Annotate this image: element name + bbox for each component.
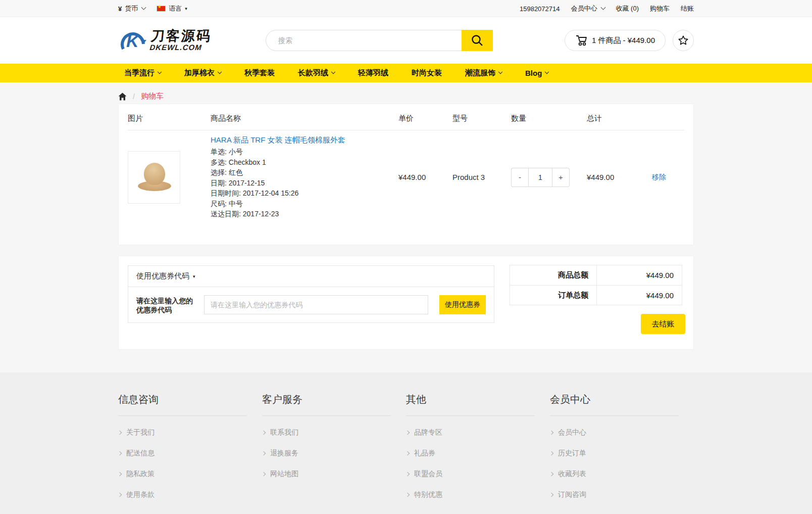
caret-down-icon: ▾ — [185, 6, 187, 11]
footer-col-service: 客户服务 联系我们 退换服务 网站地图 — [262, 393, 406, 505]
footer-link-about[interactable]: 关于我们 — [118, 422, 262, 443]
footer-link-newsletter[interactable]: 订阅咨询 — [550, 484, 694, 505]
footer-link-affiliate[interactable]: 联盟会员 — [406, 463, 550, 484]
remove-item-link[interactable]: 移除 — [652, 173, 666, 181]
product-name-link[interactable]: HARA 新品 TRF 女装 连帽毛领棉服外套 — [211, 135, 345, 145]
nav-item-autumn-sets[interactable]: 秋季套装 — [244, 68, 275, 78]
checkout-button[interactable]: 去结账 — [641, 314, 685, 334]
chevron-right-icon — [549, 451, 553, 455]
language-selector[interactable]: 语言 ▾ — [157, 4, 187, 13]
caret-down-icon: ▾ — [193, 274, 195, 279]
order-totals: 商品总额 ¥449.00 订单总额 ¥449.00 — [510, 265, 682, 305]
cart-table: 图片 商品名称 单价 型号 数量 总计 — [128, 104, 684, 219]
footer-link-giftcard[interactable]: 礼品券 — [406, 443, 550, 463]
site-footer: 信息咨询 关于我们 配送信息 隐私政策 使用条款 客户服务 联系我们 退换服务 … — [0, 372, 812, 514]
coupon-code-input[interactable] — [204, 295, 428, 314]
wishlist-star-button[interactable] — [673, 30, 694, 51]
chevron-down-icon — [331, 69, 335, 73]
chevron-right-icon — [549, 472, 553, 476]
line-total: ¥449.00 — [587, 130, 652, 219]
chevron-right-icon — [405, 451, 410, 455]
footer-link-returns[interactable]: 退换服务 — [262, 443, 406, 463]
chevron-right-icon — [405, 492, 410, 496]
product-attribute: 尺码: 中号 — [211, 199, 398, 209]
footer-link-privacy[interactable]: 隐私政策 — [118, 463, 262, 484]
chevron-right-icon — [118, 451, 122, 455]
footer-link-terms[interactable]: 使用条款 — [118, 484, 262, 505]
cart-summary-button[interactable]: 1 件商品 - ¥449.00 — [565, 30, 666, 51]
footer-col-title: 其他 — [406, 393, 535, 416]
footer-link-orders[interactable]: 历史订单 — [550, 443, 694, 463]
col-header-model: 型号 — [452, 104, 511, 130]
nav-item-long-down[interactable]: 长款羽绒 — [298, 68, 335, 78]
phone-number: 15982072714 — [520, 5, 560, 13]
cart-link[interactable]: 购物车 — [650, 4, 670, 13]
cart-header-row: 图片 商品名称 单价 型号 数量 总计 — [128, 104, 684, 130]
search-button[interactable] — [462, 30, 493, 51]
currency-selector[interactable]: ¥ 货币 — [118, 4, 145, 13]
footer-link-delivery[interactable]: 配送信息 — [118, 443, 262, 463]
chevron-right-icon — [549, 430, 553, 434]
footer-link-specials[interactable]: 特别优惠 — [406, 484, 550, 505]
col-header-total: 总计 — [587, 104, 652, 130]
chevron-down-icon — [141, 5, 146, 10]
footer-link-contact[interactable]: 联系我们 — [262, 422, 406, 443]
col-header-price: 单价 — [398, 104, 452, 130]
quantity-input[interactable] — [528, 168, 552, 187]
wishlist-link[interactable]: 收藏 (0) — [616, 4, 639, 13]
product-attribute: 日期: 2017-12-15 — [211, 178, 398, 189]
col-header-image: 图片 — [128, 104, 211, 130]
nav-item-womens-fashion[interactable]: 时尚女装 — [412, 68, 442, 78]
footer-link-brands[interactable]: 品牌专区 — [406, 422, 550, 443]
footer-col-title: 客户服务 — [262, 393, 391, 416]
footer-col-information: 信息咨询 关于我们 配送信息 隐私政策 使用条款 — [118, 393, 262, 505]
nav-item-seasonal[interactable]: 当季流行 — [124, 68, 161, 78]
chevron-down-icon — [498, 69, 502, 73]
col-header-actions — [652, 104, 684, 130]
nav-item-padded-coats[interactable]: 加厚棉衣 — [184, 68, 221, 78]
unit-price: ¥449.00 — [398, 130, 452, 219]
footer-col-title: 信息咨询 — [118, 393, 247, 416]
product-model: Product 3 — [452, 130, 511, 219]
quantity-increase-button[interactable]: + — [552, 168, 570, 187]
nav-item-light-down[interactable]: 轻薄羽绒 — [358, 68, 388, 78]
summary-panel: 使用优惠券代码 ▾ 请在这里输入您的优惠券代码 使用优惠券 商品总额 ¥449.… — [118, 256, 694, 350]
cart-icon — [575, 35, 587, 46]
footer-col-other: 其他 品牌专区 礼品券 联盟会员 特别优惠 — [406, 393, 550, 505]
product-attribute: 日期时间: 2017-12-04 15:26 — [211, 188, 398, 199]
totals-row-order-total: 订单总额 ¥449.00 — [510, 285, 682, 305]
main-content: / 购物车 图片 商品名称 单价 型号 数量 总计 — [0, 82, 812, 372]
chevron-right-icon — [405, 430, 410, 434]
logo-title: 刀客源码 — [150, 29, 212, 43]
product-attribute: 送达日期: 2017-12-23 — [211, 209, 398, 219]
checkout-link[interactable]: 结账 — [681, 4, 694, 13]
chevron-right-icon — [118, 472, 122, 476]
apply-coupon-button[interactable]: 使用优惠券 — [439, 295, 486, 314]
breadcrumb-cart[interactable]: 购物车 — [141, 91, 164, 101]
footer-link-account[interactable]: 会员中心 — [550, 422, 694, 443]
search-icon — [471, 34, 484, 47]
cart-panel: 图片 商品名称 单价 型号 数量 总计 — [118, 104, 694, 245]
currency-symbol: ¥ — [118, 5, 122, 13]
footer-col-account: 会员中心 会员中心 历史订单 收藏列表 订阅咨询 — [550, 393, 694, 505]
product-thumbnail[interactable] — [128, 151, 180, 204]
footer-link-sitemap[interactable]: 网站地图 — [262, 463, 406, 484]
search-input[interactable] — [266, 30, 493, 51]
chevron-right-icon — [549, 492, 553, 496]
nav-item-blog[interactable]: Blog — [525, 69, 548, 77]
chevron-down-icon — [545, 69, 549, 73]
footer-col-title: 会员中心 — [550, 393, 679, 416]
language-label: 语言 — [169, 4, 182, 13]
member-center-menu[interactable]: 会员中心 — [571, 4, 605, 13]
quantity-decrease-button[interactable]: - — [511, 168, 528, 187]
chevron-down-icon — [218, 69, 222, 73]
chevron-down-icon — [600, 5, 605, 10]
product-attribute: 选择: 红色 — [211, 167, 398, 178]
home-icon[interactable] — [118, 92, 127, 101]
product-attribute: 多选: Checkbox 1 — [211, 157, 398, 168]
coupon-toggle[interactable]: 使用优惠券代码 ▾ — [128, 266, 494, 287]
footer-link-wishlist[interactable]: 收藏列表 — [550, 463, 694, 484]
nav-item-trendy[interactable]: 潮流服饰 — [465, 68, 502, 78]
chevron-right-icon — [262, 451, 266, 455]
site-logo[interactable]: K 刀客源码 DKEWL.COM — [118, 27, 211, 54]
